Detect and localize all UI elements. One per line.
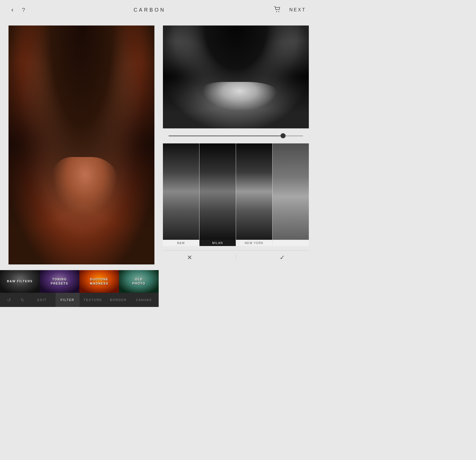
slider-fill bbox=[169, 135, 283, 136]
filter-categories: B&W FILTERS TONINGPRESETS DUOTONEMADNESS… bbox=[0, 270, 159, 293]
hand-detail-color bbox=[52, 157, 118, 217]
filter-thumb-extra bbox=[273, 143, 309, 240]
cancel-button[interactable]: ✕ bbox=[182, 251, 197, 265]
filter-label-milan: MILAN bbox=[199, 240, 236, 246]
category-oldphoto[interactable]: OLDPHOTO bbox=[119, 270, 159, 293]
bottom-tabs: ↺ ↻ EDIT FILTER TEXTURE BORDER CANVAS bbox=[0, 293, 159, 307]
help-button[interactable]: ? bbox=[22, 7, 25, 13]
photo-overlay-color bbox=[8, 26, 154, 264]
filter-strength-slider[interactable] bbox=[163, 133, 309, 139]
category-label-bw: B&W FILTERS bbox=[0, 270, 40, 293]
action-row: ✕ ✓ bbox=[163, 250, 309, 264]
filter-thumb-milan bbox=[199, 143, 236, 240]
slider-track[interactable] bbox=[169, 135, 303, 136]
category-bw-filters[interactable]: B&W FILTERS bbox=[0, 270, 40, 293]
category-toning[interactable]: TONINGPRESETS bbox=[40, 270, 79, 293]
divider bbox=[236, 254, 236, 261]
next-button[interactable]: NEXT bbox=[289, 7, 306, 12]
category-label-duotone: DUOTONEMADNESS bbox=[79, 270, 119, 293]
filter-item-newyork[interactable]: NEW YORK bbox=[236, 143, 273, 246]
tab-edit[interactable]: EDIT bbox=[30, 293, 54, 307]
filter-label-bw: B&W bbox=[163, 240, 199, 246]
category-label-toning: TONINGPRESETS bbox=[40, 270, 79, 293]
bottom-toolbar: B&W FILTERS TONINGPRESETS DUOTONEMADNESS… bbox=[0, 270, 317, 307]
tab-texture[interactable]: TEXTURE bbox=[81, 293, 105, 307]
tab-filter[interactable]: FILTER bbox=[56, 293, 80, 307]
category-duotone[interactable]: DUOTONEMADNESS bbox=[79, 270, 119, 293]
filter-item-bw[interactable]: B&W bbox=[163, 143, 199, 246]
filter-label-newyork: NEW YORK bbox=[236, 240, 272, 246]
redo-button[interactable]: ↻ bbox=[16, 297, 29, 303]
filter-item-extra[interactable] bbox=[273, 143, 309, 246]
header-right: NEXT bbox=[274, 6, 306, 14]
cart-icon[interactable] bbox=[274, 6, 281, 14]
left-panel bbox=[8, 26, 154, 264]
app-title: CARBON bbox=[133, 7, 165, 13]
slider-thumb[interactable] bbox=[280, 133, 286, 138]
original-photo bbox=[8, 26, 154, 264]
back-button[interactable]: ‹ bbox=[11, 7, 13, 13]
undo-button[interactable]: ↺ bbox=[3, 297, 15, 303]
filter-item-milan[interactable]: MILAN bbox=[199, 143, 236, 246]
filter-thumb-newyork bbox=[236, 143, 272, 240]
hand-detail-bw bbox=[199, 82, 280, 113]
svg-point-0 bbox=[276, 11, 277, 12]
tab-canvas[interactable]: CANVAS bbox=[132, 293, 156, 307]
filter-selection-row: B&W MILAN NEW YORK bbox=[163, 143, 309, 246]
confirm-button[interactable]: ✓ bbox=[275, 251, 289, 265]
main-content: B&W MILAN NEW YORK ✕ ✓ bbox=[0, 20, 317, 270]
bottom-left: B&W FILTERS TONINGPRESETS DUOTONEMADNESS… bbox=[0, 270, 159, 307]
right-panel: B&W MILAN NEW YORK ✕ ✓ bbox=[163, 26, 309, 264]
filtered-photo bbox=[163, 26, 309, 128]
app-header: ‹ ? CARBON NEXT bbox=[0, 0, 317, 20]
header-left: ‹ ? bbox=[11, 7, 25, 13]
filter-label-extra bbox=[273, 240, 309, 246]
photo-overlay-bw bbox=[163, 26, 309, 128]
category-label-oldphoto: OLDPHOTO bbox=[119, 270, 159, 293]
svg-point-1 bbox=[279, 11, 279, 12]
filter-thumb-bw bbox=[163, 143, 199, 240]
tab-border[interactable]: BORDER bbox=[106, 293, 130, 307]
